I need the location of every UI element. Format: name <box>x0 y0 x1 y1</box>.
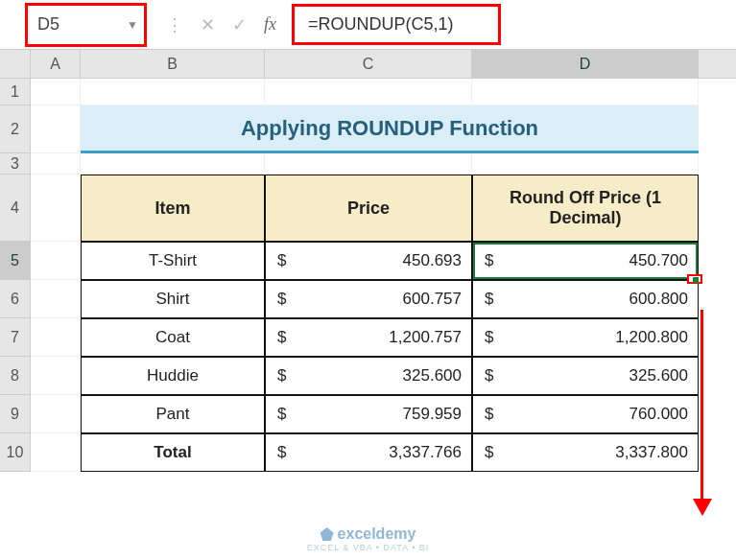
dropdown-icon[interactable]: ▼ <box>127 18 138 32</box>
cell-a5[interactable] <box>31 242 81 280</box>
row-header-6[interactable]: 6 <box>0 280 31 318</box>
cancel-icon[interactable]: ✕ <box>201 14 215 35</box>
currency-symbol: $ <box>277 443 286 462</box>
row-header-10[interactable]: 10 <box>0 433 31 472</box>
cell-a4[interactable] <box>31 175 81 242</box>
cell-a10[interactable] <box>31 433 81 472</box>
item-1: Shirt <box>156 290 190 309</box>
cell-d6[interactable]: $600.800 <box>472 280 699 318</box>
total-price: 3,337.766 <box>389 443 462 462</box>
cell-c3[interactable] <box>265 153 472 175</box>
fx-icon[interactable]: fx <box>264 14 276 35</box>
row-header-9[interactable]: 9 <box>0 395 31 433</box>
col-header-b[interactable]: B <box>81 50 265 78</box>
fill-handle[interactable] <box>687 274 702 284</box>
cell-b8[interactable]: Huddie <box>81 357 265 395</box>
round-0: 450.700 <box>629 251 688 270</box>
header-round[interactable]: Round Off Price (1 Decimal) <box>472 175 699 242</box>
cell-b7[interactable]: Coat <box>81 318 265 357</box>
cell-c1[interactable] <box>265 79 472 105</box>
currency-symbol: $ <box>277 405 286 424</box>
worksheet: A B C D 1 2 Applying ROUNDUP Function 3 … <box>0 50 736 472</box>
col-header-c[interactable]: C <box>265 50 472 78</box>
title-text: Applying ROUNDUP Function <box>241 116 538 141</box>
cell-d8[interactable]: $325.600 <box>472 357 699 395</box>
price-4: 759.959 <box>403 405 462 424</box>
round-1: 600.800 <box>629 290 688 309</box>
item-3: Huddie <box>147 366 199 385</box>
row-header-3[interactable]: 3 <box>0 153 31 175</box>
cell-b3[interactable] <box>81 153 265 175</box>
row-header-8[interactable]: 8 <box>0 357 31 395</box>
row-header-2[interactable]: 2 <box>0 105 31 153</box>
currency-symbol: $ <box>485 251 493 270</box>
col-header-d[interactable]: D <box>472 50 699 78</box>
formula-bar-icons: ⋮ ✕ ✓ <box>166 14 247 35</box>
cell-a3[interactable] <box>31 153 81 175</box>
formula-input[interactable]: =ROUNDUP(C5,1) <box>292 4 501 45</box>
cell-b10[interactable]: Total <box>81 433 265 472</box>
item-4: Pant <box>156 405 190 424</box>
cell-d9[interactable]: $760.000 <box>472 395 699 433</box>
enter-icon[interactable]: ✓ <box>232 14 247 35</box>
price-2: 1,200.757 <box>389 328 462 347</box>
currency-symbol: $ <box>277 251 286 270</box>
fill-arrow-head-icon <box>693 499 712 516</box>
watermark: exceldemy EXCEL & VBA • DATA • BI <box>0 525 736 552</box>
row-header-5[interactable]: 5 <box>0 242 31 280</box>
col-header-a[interactable]: A <box>31 50 81 78</box>
cell-a1[interactable] <box>31 79 81 105</box>
name-box[interactable]: D5 ▼ <box>25 3 147 47</box>
cell-c7[interactable]: $1,200.757 <box>265 318 472 357</box>
cell-c10[interactable]: $3,337.766 <box>265 433 472 472</box>
fill-arrow-line <box>700 310 703 503</box>
cell-d3[interactable] <box>472 153 699 175</box>
watermark-logo-icon <box>321 527 334 541</box>
cell-c8[interactable]: $325.600 <box>265 357 472 395</box>
row-header-4[interactable]: 4 <box>0 175 31 242</box>
price-3: 325.600 <box>403 366 462 385</box>
price-0: 450.693 <box>403 251 462 270</box>
cell-a8[interactable] <box>31 357 81 395</box>
watermark-brand: exceldemy <box>338 525 416 542</box>
currency-symbol: $ <box>485 405 493 424</box>
round-4: 760.000 <box>629 405 688 424</box>
cell-b5[interactable]: T-Shirt <box>81 242 265 280</box>
title-cell[interactable]: Applying ROUNDUP Function <box>81 105 699 153</box>
cell-d10[interactable]: $3,337.800 <box>472 433 699 472</box>
watermark-sub: EXCEL & VBA • DATA • BI <box>0 543 736 552</box>
total-round: 3,337.800 <box>615 443 688 462</box>
round-2: 1,200.800 <box>615 328 688 347</box>
cell-a6[interactable] <box>31 280 81 318</box>
cell-c9[interactable]: $759.959 <box>265 395 472 433</box>
header-item[interactable]: Item <box>81 175 265 242</box>
cell-c6[interactable]: $600.757 <box>265 280 472 318</box>
formula-bar: D5 ▼ ⋮ ✕ ✓ fx =ROUNDUP(C5,1) <box>0 0 736 50</box>
item-0: T-Shirt <box>149 251 197 270</box>
column-headers: A B C D <box>0 50 736 79</box>
currency-symbol: $ <box>485 290 493 309</box>
name-box-value: D5 <box>37 14 59 35</box>
select-all-corner[interactable] <box>0 50 31 78</box>
item-2: Coat <box>155 328 190 347</box>
cell-d1[interactable] <box>472 79 699 105</box>
cell-c5[interactable]: $450.693 <box>265 242 472 280</box>
cell-b6[interactable]: Shirt <box>81 280 265 318</box>
currency-symbol: $ <box>485 366 493 385</box>
currency-symbol: $ <box>485 443 493 462</box>
cell-d7[interactable]: $1,200.800 <box>472 318 699 357</box>
round-3: 325.600 <box>629 366 688 385</box>
row-header-1[interactable]: 1 <box>0 79 31 105</box>
cell-d5[interactable]: $450.700 <box>472 242 699 280</box>
cell-b1[interactable] <box>81 79 265 105</box>
cell-a2[interactable] <box>31 105 81 153</box>
cell-a7[interactable] <box>31 318 81 357</box>
cell-b9[interactable]: Pant <box>81 395 265 433</box>
currency-symbol: $ <box>485 328 493 347</box>
cell-a9[interactable] <box>31 395 81 433</box>
row-header-7[interactable]: 7 <box>0 318 31 357</box>
divider-icon: ⋮ <box>166 14 183 35</box>
header-price[interactable]: Price <box>265 175 472 242</box>
currency-symbol: $ <box>277 366 286 385</box>
currency-symbol: $ <box>277 290 286 309</box>
